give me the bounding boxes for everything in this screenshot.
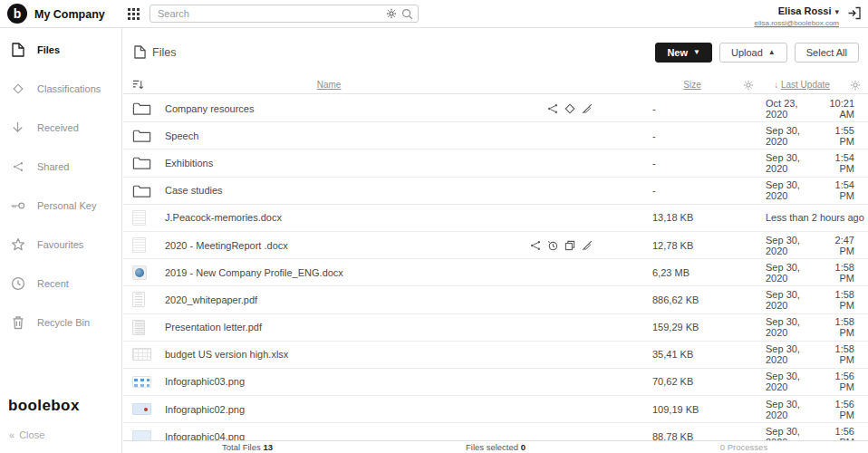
- caret-up-icon: ▲: [768, 49, 776, 56]
- caret-down-icon: ▼: [693, 49, 700, 56]
- file-thumbnail-cell: [132, 348, 165, 361]
- file-name: Company resources: [165, 103, 254, 114]
- search-settings-icon[interactable]: [386, 8, 397, 19]
- sidebar-item-label: Recent: [37, 278, 69, 289]
- table-row[interactable]: Infographic03.png70,62 KBSep 30, 20201:5…: [123, 369, 868, 396]
- shared-icon: [9, 161, 26, 172]
- sidebar-item-classifications[interactable]: Classifications: [0, 69, 121, 108]
- sidebar-items: FilesClassificationsReceivedSharedPerson…: [0, 30, 121, 342]
- shared-icon: [530, 240, 541, 251]
- main-content: Files New▼ Upload▲ Select All Name Size …: [123, 28, 868, 453]
- sort-list-icon[interactable]: [132, 79, 165, 91]
- search-icon[interactable]: [401, 8, 413, 20]
- copies-icon: [564, 240, 575, 251]
- last-update: Sep 30, 20201:58 PM: [705, 262, 868, 284]
- file-thumbnail-cell: [132, 320, 165, 335]
- table-row[interactable]: Presentation letter.pdf159,29 KBSep 30, …: [123, 314, 868, 342]
- column-header-last-update[interactable]: ↓ Last Update: [774, 80, 830, 90]
- collapse-icon: «: [9, 429, 14, 440]
- file-thumbnail: [132, 210, 146, 226]
- company-name: My Company: [34, 8, 105, 21]
- file-thumbnail-cell: [132, 210, 165, 226]
- classification-icon: [9, 83, 26, 94]
- page-title: Files: [134, 45, 176, 59]
- file-name: Case studies: [165, 185, 223, 196]
- sidebar-collapse-button[interactable]: « Close: [9, 429, 44, 440]
- file-list: Company resources-Oct 23, 202010:21 AMSp…: [123, 95, 868, 453]
- table-row[interactable]: Exhibitions-Sep 30, 20201:54 PM: [123, 149, 868, 177]
- toolbar: New▼ Upload▲ Select All: [648, 43, 859, 63]
- expiry-icon: [547, 240, 558, 251]
- shared-icon: [547, 103, 558, 114]
- table-row[interactable]: Company resources-Oct 23, 202010:21 AM: [123, 95, 868, 122]
- sidebar-item-personal-key[interactable]: Personal Key: [0, 186, 121, 225]
- user-email[interactable]: elisa.rossi@boolebox.com: [755, 19, 840, 27]
- sidebar-item-favourites[interactable]: Favourites: [0, 225, 121, 264]
- last-update: Sep 30, 20201:54 PM: [705, 179, 868, 201]
- column-header-size[interactable]: Size: [683, 80, 700, 90]
- sidebar-item-recycle-bin[interactable]: Recycle Bin: [0, 303, 121, 342]
- no-edit-icon: [582, 240, 593, 251]
- user-name: Elisa Rossi: [778, 5, 832, 16]
- table-row[interactable]: 2020 - MeetingReport .docx12,78 KBSep 30…: [123, 232, 868, 259]
- file-size: 6,23 MB: [602, 267, 705, 278]
- boolebox-logo-icon[interactable]: b: [7, 4, 27, 24]
- last-update: Sep 30, 20201:54 PM: [705, 152, 868, 174]
- table-row[interactable]: budget US version high.xlsx35,41 KBSep 3…: [123, 342, 868, 369]
- sidebar-item-files[interactable]: Files: [0, 30, 121, 69]
- column-settings-icon[interactable]: [743, 80, 754, 91]
- file-thumbnail: [132, 292, 145, 307]
- logout-icon[interactable]: [847, 6, 862, 20]
- table-row[interactable]: J.Peacock-memories.docx13,18 KBLess than…: [123, 205, 868, 232]
- content-header: Files New▼ Upload▲ Select All: [123, 28, 868, 76]
- table-row[interactable]: Case studies-Sep 30, 20201:54 PM: [123, 178, 868, 205]
- file-name: J.Peacock-memories.docx: [165, 212, 282, 223]
- sidebar-item-label: Classifications: [37, 83, 101, 94]
- sidebar-item-received[interactable]: Received: [0, 108, 121, 147]
- last-update: Sep 30, 20201:58 PM: [705, 316, 868, 338]
- file-name: Presentation letter.pdf: [165, 322, 262, 333]
- apps-grid-icon[interactable]: [128, 8, 140, 20]
- file-thumbnail-cell: [132, 403, 165, 415]
- upload-button[interactable]: Upload▲: [719, 43, 787, 63]
- file-size: 35,41 KB: [602, 349, 705, 360]
- total-files: Total Files 13: [123, 442, 371, 452]
- last-update: Sep 30, 20201:58 PM: [705, 343, 868, 365]
- boolebox-wordmark: boolebox: [8, 397, 80, 415]
- column-settings-icon[interactable]: [850, 80, 861, 91]
- file-name: 2020 - MeetingReport .docx: [165, 240, 288, 251]
- sidebar-item-label: Received: [37, 122, 79, 133]
- sidebar-item-shared[interactable]: Shared: [0, 147, 121, 186]
- sidebar-item-recent[interactable]: Recent: [0, 264, 121, 303]
- table-row[interactable]: Infographic02.png109,19 KBSep 30, 20201:…: [123, 396, 868, 423]
- column-header-name[interactable]: Name: [317, 80, 342, 90]
- table-row[interactable]: 2020_whitepaper.pdf886,62 KBSep 30, 2020…: [123, 286, 868, 313]
- file-size: -: [602, 185, 705, 196]
- table-row[interactable]: Speech-Sep 30, 20201:55 PM: [123, 122, 868, 149]
- table-row[interactable]: 2019 - New Company Profile_ENG.docx6,23 …: [123, 259, 868, 286]
- top-bar: b My Company Elisa Rossi▾ elisa.rossi@bo…: [0, 0, 868, 28]
- sidebar-item-label: Recycle Bin: [37, 317, 90, 328]
- file-name: budget US version high.xlsx: [165, 349, 288, 360]
- file-thumbnail: [132, 348, 151, 361]
- file-size: 70,62 KB: [602, 376, 705, 387]
- user-menu[interactable]: Elisa Rossi▾ elisa.rossi@boolebox.com: [755, 2, 840, 27]
- folder-icon: [132, 183, 165, 198]
- file-thumbnail-cell: [132, 265, 165, 280]
- search-input[interactable]: [149, 5, 419, 23]
- file-icon: [134, 45, 146, 59]
- file-size: 13,18 KB: [602, 212, 705, 223]
- star-icon: [9, 237, 26, 252]
- file-name: 2019 - New Company Profile_ENG.docx: [165, 267, 343, 278]
- received-icon: [9, 120, 26, 135]
- chevron-down-icon: ▾: [834, 7, 839, 16]
- row-badges: [547, 103, 593, 114]
- file-thumbnail: [132, 403, 151, 415]
- search-bar: [149, 5, 419, 23]
- file-name: Speech: [165, 130, 198, 141]
- clock-icon: [9, 276, 26, 291]
- select-all-button[interactable]: Select All: [795, 43, 859, 63]
- new-button[interactable]: New▼: [655, 43, 712, 63]
- file-size: -: [602, 103, 705, 114]
- table-header: Name Size ↓ Last Update: [123, 76, 868, 94]
